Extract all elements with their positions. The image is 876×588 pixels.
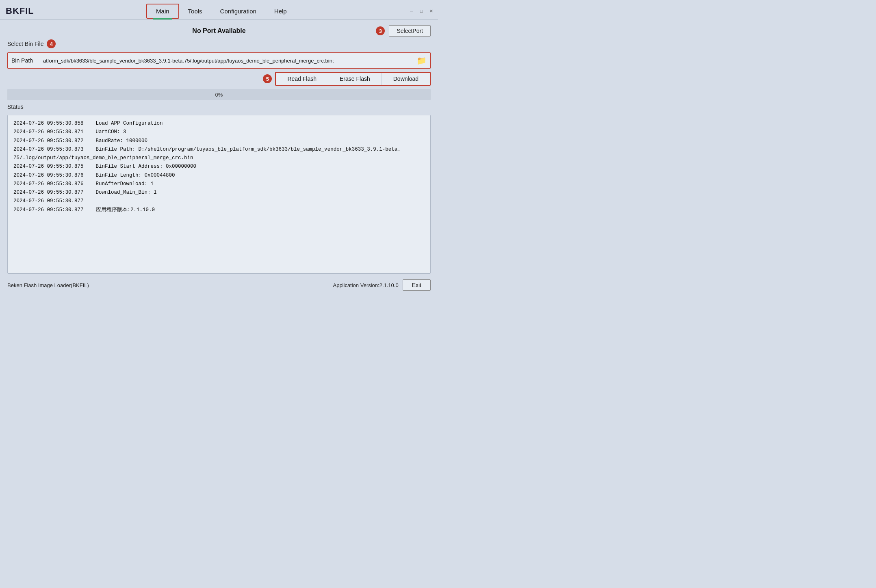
nav-item-help[interactable]: Help — [265, 4, 296, 18]
status-section-label: Status — [7, 104, 431, 110]
footer: Beken Flash Image Loader(BKFIL) Applicat… — [0, 277, 438, 294]
status-line: 2024-07-26 09:55:30.877 应用程序版本:2.1.10.0 — [13, 206, 425, 214]
status-line: 2024-07-26 09:55:30.873 BinFile Path: D:… — [13, 145, 425, 163]
bin-path-label: Bin Path — [11, 57, 40, 64]
port-status-label: No Port Available — [7, 27, 431, 35]
bin-badge: 4 — [47, 39, 56, 48]
actions-badge: 5 — [263, 74, 272, 83]
window-controls: ─ □ ✕ — [408, 8, 435, 14]
port-badge: 3 — [376, 26, 385, 35]
status-line: 2024-07-26 09:55:30.872 BaudRate: 100000… — [13, 137, 425, 145]
footer-left: Beken Flash Image Loader(BKFIL) — [7, 282, 89, 288]
status-line: 2024-07-26 09:55:30.871 UartCOM: 3 — [13, 128, 425, 136]
erase-flash-button[interactable]: Erase Flash — [328, 73, 382, 85]
status-line: 2024-07-26 09:55:30.858 Load APP Configu… — [13, 119, 425, 128]
progress-bar: 0% — [7, 89, 431, 100]
status-line: 2024-07-26 09:55:30.876 RunAfterDownload… — [13, 180, 425, 188]
titlebar: BKFIL Main Tools Configuration Help ─ □ … — [0, 0, 438, 19]
download-button[interactable]: Download — [382, 73, 430, 85]
nav-item-main[interactable]: Main — [146, 4, 179, 19]
status-line: 2024-07-26 09:55:30.877 Download_Main_Bi… — [13, 188, 425, 197]
progress-text: 0% — [215, 92, 223, 98]
nav-menu: Main Tools Configuration Help — [146, 4, 296, 19]
status-line: 2024-07-26 09:55:30.877 — [13, 197, 425, 205]
bin-section-label: Select Bin File — [7, 41, 43, 47]
maximize-button[interactable]: □ — [418, 8, 425, 14]
port-right: 3 SelectPort — [376, 25, 431, 37]
status-line: 2024-07-26 09:55:30.876 BinFile Length: … — [13, 171, 425, 180]
read-flash-button[interactable]: Read Flash — [276, 73, 328, 85]
bin-path-value: atform_sdk/bk3633/ble_sample_vendor_bk36… — [43, 58, 413, 64]
app-title: BKFIL — [6, 6, 34, 16]
port-row: No Port Available 3 SelectPort — [7, 27, 431, 35]
actions-group: Read Flash Erase Flash Download — [275, 72, 431, 86]
select-port-button[interactable]: SelectPort — [389, 25, 431, 37]
bin-section: Select Bin File 4 — [7, 39, 431, 48]
footer-version: Application Version:2.1.10.0 — [333, 282, 398, 288]
titlebar-divider — [0, 19, 438, 20]
actions-row: 5 Read Flash Erase Flash Download — [7, 72, 431, 86]
bin-path-row: Bin Path atform_sdk/bk3633/ble_sample_ve… — [7, 52, 431, 69]
status-box: 2024-07-26 09:55:30.858 Load APP Configu… — [7, 115, 431, 274]
close-button[interactable]: ✕ — [427, 8, 435, 14]
nav-item-tools[interactable]: Tools — [179, 4, 211, 18]
minimize-button[interactable]: ─ — [408, 8, 415, 14]
main-content: No Port Available 3 SelectPort Select Bi… — [0, 22, 438, 277]
nav-item-configuration[interactable]: Configuration — [211, 4, 265, 18]
footer-right: Application Version:2.1.10.0 Exit — [333, 279, 431, 291]
folder-icon[interactable]: 📁 — [416, 56, 427, 65]
exit-button[interactable]: Exit — [403, 279, 431, 291]
status-line: 2024-07-26 09:55:30.875 BinFile Start Ad… — [13, 162, 425, 171]
main-window: BKFIL Main Tools Configuration Help ─ □ … — [0, 0, 438, 294]
